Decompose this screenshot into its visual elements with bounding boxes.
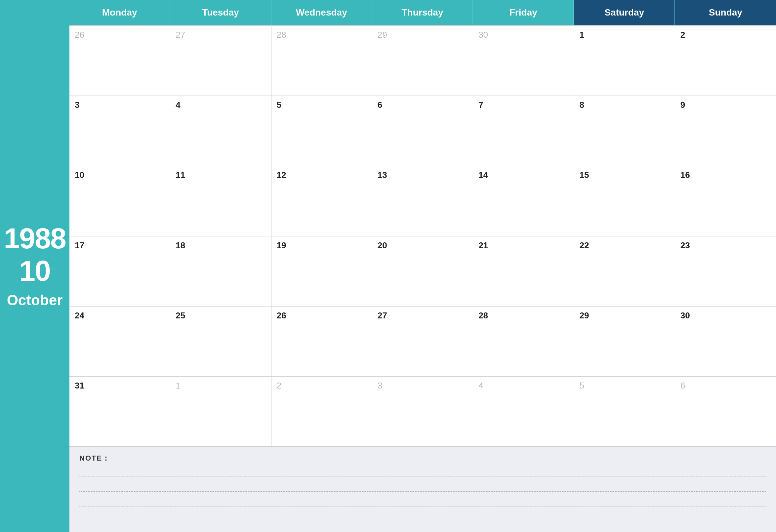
day-cell[interactable]: 4 xyxy=(170,96,271,166)
day-number: 25 xyxy=(176,311,265,321)
day-number: 30 xyxy=(478,30,568,40)
day-cell[interactable]: 25 xyxy=(170,307,271,376)
day-number: 23 xyxy=(681,240,771,250)
day-number: 24 xyxy=(75,311,165,321)
day-cell[interactable]: 6 xyxy=(372,96,473,166)
day-number: 18 xyxy=(176,240,265,250)
day-number: 28 xyxy=(478,311,568,321)
day-number: 4 xyxy=(176,100,265,110)
day-number: 12 xyxy=(277,170,367,180)
note-lines xyxy=(79,467,766,522)
day-cell[interactable]: 21 xyxy=(473,236,574,306)
note-line xyxy=(79,467,766,477)
day-number: 8 xyxy=(579,100,669,110)
note-line xyxy=(79,482,766,492)
day-number: 16 xyxy=(681,170,771,180)
day-number: 6 xyxy=(378,100,467,110)
day-cell[interactable]: 11 xyxy=(170,166,271,236)
day-number: 4 xyxy=(478,381,568,391)
day-cell[interactable]: 29 xyxy=(372,26,473,96)
day-cell[interactable]: 14 xyxy=(473,166,574,236)
day-number: 5 xyxy=(277,100,367,110)
day-cell[interactable]: 2 xyxy=(271,377,372,447)
day-cell[interactable]: 23 xyxy=(675,236,776,306)
note-line xyxy=(79,498,766,507)
day-cell[interactable]: 30 xyxy=(473,26,574,96)
calendar-header: MondayTuesdayWednesdayThursdayFridaySatu… xyxy=(69,0,776,26)
day-cell[interactable]: 28 xyxy=(473,307,574,376)
day-number: 3 xyxy=(378,381,467,391)
day-number: 27 xyxy=(378,311,467,321)
day-cell[interactable]: 1 xyxy=(170,377,271,447)
month-name-display: October xyxy=(7,292,63,309)
day-number: 11 xyxy=(176,170,265,180)
day-number: 1 xyxy=(176,381,265,391)
day-cell[interactable]: 31 xyxy=(69,377,170,447)
day-cell[interactable]: 12 xyxy=(271,166,372,236)
day-number: 31 xyxy=(75,381,165,391)
day-cell[interactable]: 29 xyxy=(574,307,675,376)
day-number: 20 xyxy=(378,240,467,250)
day-cell[interactable]: 20 xyxy=(372,236,473,306)
day-cell[interactable]: 10 xyxy=(69,166,170,236)
day-cell[interactable]: 30 xyxy=(675,307,776,376)
week-row-5: 31123456 xyxy=(69,377,776,447)
day-cell[interactable]: 2 xyxy=(675,26,776,96)
month-number-display: 10 xyxy=(19,256,50,285)
day-number: 2 xyxy=(681,30,771,40)
day-number: 22 xyxy=(579,240,669,250)
calendar-sidebar: 1988 10 October xyxy=(0,0,69,532)
day-cell[interactable]: 26 xyxy=(271,307,372,376)
header-cell-monday: Monday xyxy=(69,0,170,25)
day-cell[interactable]: 22 xyxy=(574,236,675,306)
day-number: 27 xyxy=(176,30,265,40)
day-cell[interactable]: 18 xyxy=(170,236,271,306)
day-cell[interactable]: 4 xyxy=(473,377,574,447)
week-row-3: 17181920212223 xyxy=(69,236,776,307)
day-cell[interactable]: 5 xyxy=(271,96,372,166)
day-cell[interactable]: 28 xyxy=(271,26,372,96)
note-section: NOTE： xyxy=(69,447,776,532)
day-cell[interactable]: 9 xyxy=(675,96,776,166)
day-cell[interactable]: 3 xyxy=(372,377,473,447)
header-cell-sunday: Sunday xyxy=(675,0,776,25)
calendar-grid: MondayTuesdayWednesdayThursdayFridaySatu… xyxy=(69,0,776,447)
day-cell[interactable]: 15 xyxy=(574,166,675,236)
day-cell[interactable]: 17 xyxy=(69,236,170,306)
day-number: 30 xyxy=(681,311,771,321)
week-row-1: 3456789 xyxy=(69,96,776,166)
day-cell[interactable]: 16 xyxy=(675,166,776,236)
day-cell[interactable]: 1 xyxy=(574,26,675,96)
day-number: 26 xyxy=(277,311,367,321)
day-number: 29 xyxy=(378,30,467,40)
week-row-0: 262728293012 xyxy=(69,26,776,96)
day-number: 3 xyxy=(75,100,165,110)
weeks-container: 2627282930123456789101112131415161718192… xyxy=(69,26,776,447)
header-cell-friday: Friday xyxy=(473,0,574,25)
year-display: 1988 xyxy=(4,224,66,253)
day-cell[interactable]: 27 xyxy=(372,307,473,376)
day-number: 9 xyxy=(681,100,771,110)
day-cell[interactable]: 5 xyxy=(574,377,675,447)
day-number: 17 xyxy=(75,240,165,250)
day-number: 13 xyxy=(378,170,467,180)
day-cell[interactable]: 24 xyxy=(69,307,170,376)
day-number: 10 xyxy=(75,170,165,180)
day-number: 28 xyxy=(277,30,367,40)
day-number: 6 xyxy=(681,381,771,391)
day-number: 7 xyxy=(478,100,568,110)
note-line xyxy=(79,513,766,522)
day-number: 19 xyxy=(277,240,367,250)
day-cell[interactable]: 27 xyxy=(170,26,271,96)
calendar-main: MondayTuesdayWednesdayThursdayFridaySatu… xyxy=(69,0,776,532)
day-cell[interactable]: 13 xyxy=(372,166,473,236)
day-number: 14 xyxy=(478,170,568,180)
day-cell[interactable]: 3 xyxy=(69,96,170,166)
day-cell[interactable]: 26 xyxy=(69,26,170,96)
header-cell-wednesday: Wednesday xyxy=(271,0,372,25)
day-cell[interactable]: 19 xyxy=(271,236,372,306)
day-number: 26 xyxy=(75,30,165,40)
day-cell[interactable]: 8 xyxy=(574,96,675,166)
day-cell[interactable]: 7 xyxy=(473,96,574,166)
day-cell[interactable]: 6 xyxy=(675,377,776,447)
